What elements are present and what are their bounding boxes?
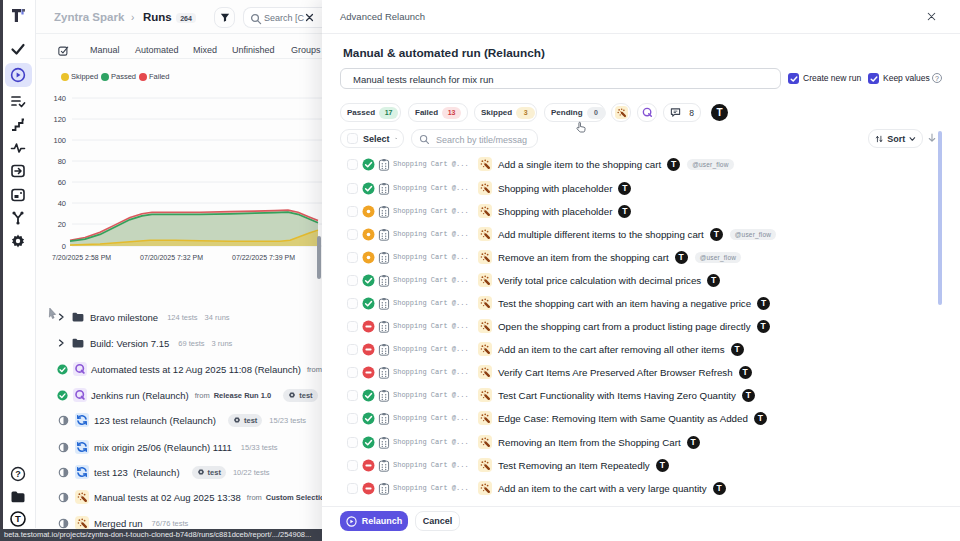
- svg-text:120: 120: [53, 115, 66, 124]
- svg-text:80: 80: [58, 157, 66, 166]
- svg-text:60: 60: [58, 178, 66, 187]
- svg-text:T: T: [15, 513, 21, 524]
- svg-text:140: 140: [53, 94, 66, 103]
- svg-text:0: 0: [62, 242, 66, 251]
- svg-text:100: 100: [53, 136, 66, 145]
- svg-text:?: ?: [15, 469, 21, 479]
- svg-text:20: 20: [58, 220, 66, 229]
- svg-text:40: 40: [58, 199, 66, 208]
